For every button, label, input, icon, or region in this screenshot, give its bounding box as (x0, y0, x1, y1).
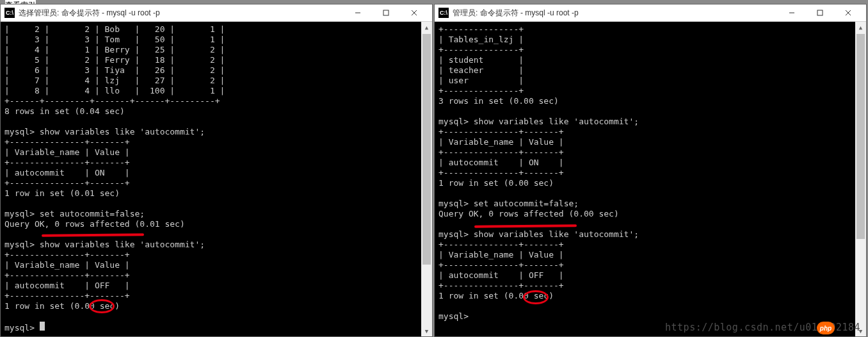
cmd-icon: C:\ (4, 8, 15, 18)
window-title-right: 管理员: 命令提示符 - mysql -u root -p (453, 8, 778, 19)
svg-rect-1 (383, 10, 389, 15)
terminal-output-left[interactable]: | 2 | 2 | Bob | 20 | 1 | | 3 | 3 | Tom |… (1, 22, 432, 336)
maximize-button[interactable] (372, 4, 400, 22)
scroll-thumb[interactable] (422, 34, 431, 265)
titlebar-left[interactable]: C:\ 选择管理员: 命令提示符 - mysql -u root -p (1, 4, 432, 22)
terminal-window-left: C:\ 选择管理员: 命令提示符 - mysql -u root -p | 2 … (0, 4, 433, 337)
minimize-button[interactable] (778, 4, 806, 22)
php-badge-icon: php (817, 322, 835, 334)
minimize-button[interactable] (344, 4, 372, 22)
scroll-down-button[interactable]: ▼ (421, 325, 432, 336)
close-button[interactable] (834, 4, 862, 22)
scroll-thumb[interactable] (856, 34, 865, 239)
scroll-track[interactable] (855, 33, 866, 325)
scroll-track[interactable] (421, 33, 432, 325)
maximize-button[interactable] (806, 4, 834, 22)
window-title-left: 选择管理员: 命令提示符 - mysql -u root -p (19, 8, 344, 19)
terminal-output-right[interactable]: +---------------+ | Tables_in_lzj | +---… (435, 22, 866, 336)
scrollbar-left[interactable]: ▲ ▼ (421, 22, 432, 336)
close-button[interactable] (400, 4, 428, 22)
text-cursor (40, 322, 45, 331)
scroll-up-button[interactable]: ▲ (855, 22, 866, 33)
scrollbar-right[interactable]: ▲ ▼ (855, 22, 866, 336)
titlebar-right[interactable]: C:\ 管理员: 命令提示符 - mysql -u root -p (435, 4, 866, 22)
scroll-up-button[interactable]: ▲ (421, 22, 432, 33)
terminal-window-right: C:\ 管理员: 命令提示符 - mysql -u root -p +-----… (434, 4, 867, 337)
svg-rect-5 (817, 10, 823, 15)
cmd-icon: C:\ (438, 8, 449, 18)
